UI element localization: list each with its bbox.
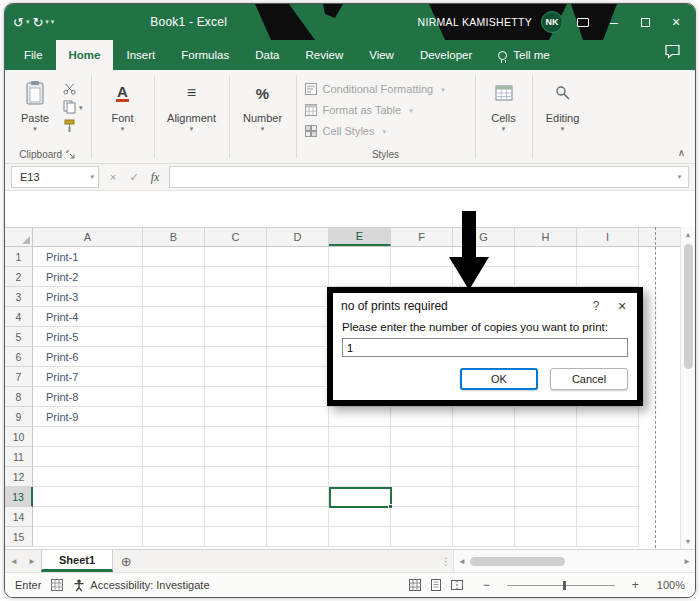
row-header-6[interactable]: 6: [5, 347, 33, 367]
cell-F14[interactable]: [391, 507, 453, 527]
cell-C7[interactable]: [205, 367, 267, 387]
cell-F9[interactable]: [391, 407, 453, 427]
page-layout-view-icon[interactable]: [430, 579, 442, 591]
cell-I12[interactable]: [577, 467, 639, 487]
cell-D6[interactable]: [267, 347, 329, 367]
cell-B13[interactable]: [143, 487, 205, 507]
cell-F10[interactable]: [391, 427, 453, 447]
cell-D7[interactable]: [267, 367, 329, 387]
maximize-button[interactable]: [634, 11, 656, 33]
insert-function-icon[interactable]: fx: [145, 170, 165, 185]
cell-A9[interactable]: Print-9: [33, 407, 143, 427]
cell-C4[interactable]: [205, 307, 267, 327]
cell-H12[interactable]: [515, 467, 577, 487]
cell-D8[interactable]: [267, 387, 329, 407]
cell-E9[interactable]: [329, 407, 391, 427]
collapse-ribbon-icon[interactable]: ∧: [678, 147, 685, 158]
clipboard-dialog-launcher-icon[interactable]: [66, 150, 75, 159]
formula-bar-expand-icon[interactable]: ▾: [671, 166, 689, 188]
cell-I10[interactable]: [577, 427, 639, 447]
row-header-2[interactable]: 2: [5, 267, 33, 287]
cell-G14[interactable]: [453, 507, 515, 527]
cell-E12[interactable]: [329, 467, 391, 487]
copy-button[interactable]: ▾: [63, 100, 83, 114]
dialog-close-button[interactable]: ×: [609, 298, 635, 314]
cell-B11[interactable]: [143, 447, 205, 467]
editing-group-button[interactable]: Editing ▾: [541, 76, 585, 133]
cell-E15[interactable]: [329, 527, 391, 547]
row-header-13[interactable]: 13: [5, 487, 33, 507]
cell-B7[interactable]: [143, 367, 205, 387]
cell-B6[interactable]: [143, 347, 205, 367]
cell-C13[interactable]: [205, 487, 267, 507]
page-break-view-icon[interactable]: [451, 579, 463, 591]
cell-B3[interactable]: [143, 287, 205, 307]
normal-view-icon[interactable]: [409, 579, 421, 591]
tab-view[interactable]: View: [356, 40, 407, 70]
number-group-button[interactable]: % Number ▾: [238, 76, 288, 133]
fill-handle[interactable]: [388, 504, 393, 509]
tab-developer[interactable]: Developer: [407, 40, 485, 70]
cell-A6[interactable]: Print-6: [33, 347, 143, 367]
paste-dropdown-icon[interactable]: ▾: [33, 124, 37, 133]
redo-dropdown-icon[interactable]: ▾: [45, 18, 49, 26]
cell-F12[interactable]: [391, 467, 453, 487]
tab-tell-me[interactable]: Tell me: [485, 40, 562, 70]
cell-I2[interactable]: [577, 267, 639, 287]
select-all-corner[interactable]: [5, 228, 33, 246]
cell-D14[interactable]: [267, 507, 329, 527]
cell-C14[interactable]: [205, 507, 267, 527]
cell-A3[interactable]: Print-3: [33, 287, 143, 307]
cell-G11[interactable]: [453, 447, 515, 467]
cell-F1[interactable]: [391, 247, 453, 267]
cell-E2[interactable]: [329, 267, 391, 287]
cell-F15[interactable]: [391, 527, 453, 547]
cell-I9[interactable]: [577, 407, 639, 427]
undo-dropdown-icon[interactable]: ▾: [26, 18, 30, 26]
scroll-left-icon[interactable]: ◄: [454, 557, 470, 566]
minimize-button[interactable]: –: [603, 11, 625, 33]
copies-input[interactable]: [342, 338, 628, 357]
cell-C6[interactable]: [205, 347, 267, 367]
zoom-slider[interactable]: [507, 585, 615, 586]
customize-qat-icon[interactable]: ▾: [51, 18, 55, 26]
cell-C2[interactable]: [205, 267, 267, 287]
cell-G13[interactable]: [453, 487, 515, 507]
row-header-5[interactable]: 5: [5, 327, 33, 347]
cell-A15[interactable]: [33, 527, 143, 547]
cell-H2[interactable]: [515, 267, 577, 287]
row-header-12[interactable]: 12: [5, 467, 33, 487]
column-header-C[interactable]: C: [205, 228, 267, 246]
ribbon-display-options-icon[interactable]: [572, 11, 594, 33]
cell-G10[interactable]: [453, 427, 515, 447]
format-as-table-button[interactable]: Format as Table ▾: [305, 101, 467, 119]
cell-I15[interactable]: [577, 527, 639, 547]
format-painter-button[interactable]: [63, 119, 83, 133]
sheet-nav-left-icon[interactable]: ◄: [5, 550, 23, 572]
paste-button[interactable]: Paste ▾: [12, 76, 58, 133]
ok-button[interactable]: OK: [460, 368, 538, 390]
row-header-7[interactable]: 7: [5, 367, 33, 387]
cell-C1[interactable]: [205, 247, 267, 267]
column-header-B[interactable]: B: [143, 228, 205, 246]
cell-D1[interactable]: [267, 247, 329, 267]
cell-G9[interactable]: [453, 407, 515, 427]
cell-I14[interactable]: [577, 507, 639, 527]
redo-icon[interactable]: ↻: [32, 15, 43, 30]
cell-A13[interactable]: [33, 487, 143, 507]
scroll-down-icon[interactable]: ▼: [685, 534, 692, 549]
cancel-button[interactable]: Cancel: [550, 368, 628, 390]
cell-B4[interactable]: [143, 307, 205, 327]
tab-data[interactable]: Data: [242, 40, 292, 70]
cell-E11[interactable]: [329, 447, 391, 467]
row-header-14[interactable]: 14: [5, 507, 33, 527]
cell-E1[interactable]: [329, 247, 391, 267]
cell-D2[interactable]: [267, 267, 329, 287]
cell-G15[interactable]: [453, 527, 515, 547]
font-group-button[interactable]: A Font ▾: [100, 76, 146, 133]
row-header-15[interactable]: 15: [5, 527, 33, 547]
cell-D3[interactable]: [267, 287, 329, 307]
cell-F11[interactable]: [391, 447, 453, 467]
dialog-help-button[interactable]: ?: [583, 299, 609, 313]
cell-D12[interactable]: [267, 467, 329, 487]
